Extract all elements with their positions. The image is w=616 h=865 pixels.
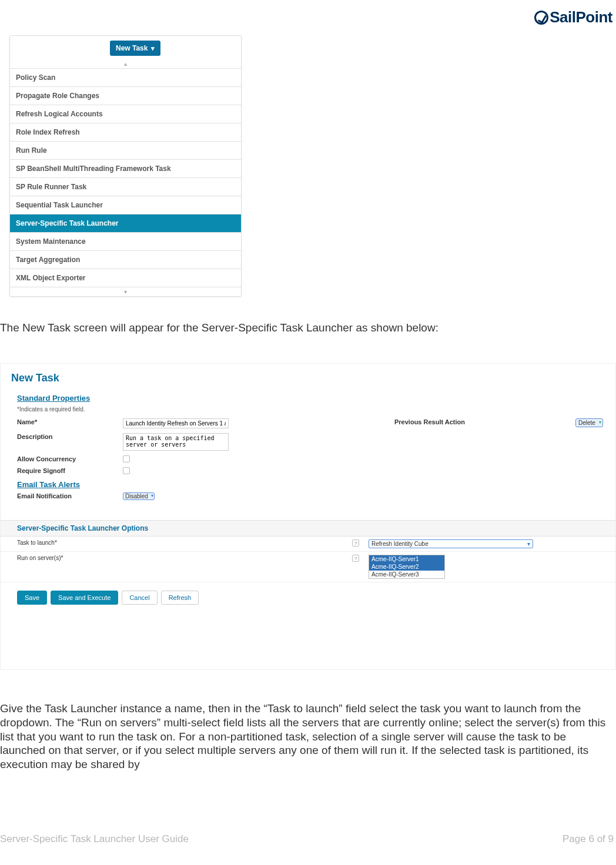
run-on-servers-multiselect[interactable]: Acme-IIQ-Server1 Acme-IIQ-Server2 Acme-I… [369, 555, 445, 579]
prev-result-label: Previous Result Action [394, 418, 465, 425]
brand-logo: SailPoint [534, 8, 612, 26]
name-label: Name* [17, 418, 117, 425]
require-signoff-label: Require Signoff [17, 467, 117, 474]
email-notification-select[interactable]: Disabled [123, 492, 155, 500]
save-button[interactable]: Save [17, 591, 47, 605]
task-to-launch-select[interactable]: Refresh Identity Cube [369, 539, 533, 548]
task-menu-item[interactable]: Role Index Refresh [10, 123, 241, 142]
task-menu-item[interactable]: Policy Scan [10, 69, 241, 87]
email-notification-label: Email Notification [17, 492, 117, 499]
task-menu-item[interactable]: XML Object Exporter [10, 269, 241, 287]
task-menu-item[interactable]: Target Aggregation [10, 251, 241, 269]
form-title: New Task [1, 364, 615, 390]
task-to-launch-label: Task to launch* [17, 539, 346, 546]
task-menu-item[interactable]: Refresh Logical Accounts [10, 105, 241, 123]
prev-result-select[interactable]: Delete [575, 418, 603, 427]
run-on-servers-label: Run on server(s)* [17, 555, 346, 561]
chevron-down-icon: ▾ [151, 45, 155, 52]
section-launcher-options: Server-Specific Task Launcher Options [1, 520, 615, 537]
server-option[interactable]: Acme-IIQ-Server3 [369, 571, 444, 578]
footer-page-number: Page 6 of 9 [563, 833, 614, 845]
save-execute-button[interactable]: Save and Execute [51, 591, 118, 605]
task-menu-item[interactable]: Sequential Task Launcher [10, 196, 241, 214]
allow-concurrency-label: Allow Concurrency [17, 455, 117, 462]
body-paragraph-1: The New Task screen will appear for the … [0, 321, 612, 335]
task-menu-item[interactable]: Propagate Role Changes [10, 87, 241, 105]
section-email-alerts: Email Task Alerts [1, 477, 615, 490]
description-label: Description [17, 433, 117, 440]
server-option[interactable]: Acme-IIQ-Server2 [369, 563, 444, 571]
new-task-form-screenshot: New Task Standard Properties *Indicates … [0, 363, 616, 670]
allow-concurrency-checkbox[interactable] [123, 455, 130, 462]
footer-doc-title: Server-Specific Task Launcher User Guide [0, 833, 189, 845]
require-signoff-checkbox[interactable] [123, 467, 130, 474]
description-input[interactable] [123, 433, 229, 451]
task-menu-item[interactable]: Server-Specific Task Launcher [10, 214, 241, 233]
cancel-button[interactable]: Cancel [122, 591, 157, 605]
task-menu-item[interactable]: SP Rule Runner Task [10, 178, 241, 196]
section-standard-properties: Standard Properties [1, 390, 615, 404]
brand-icon [534, 11, 548, 25]
refresh-button[interactable]: Refresh [161, 591, 199, 605]
scroll-down-icon[interactable]: ▾ [10, 287, 241, 296]
task-menu-item[interactable]: Run Rule [10, 142, 241, 160]
task-menu-item[interactable]: SP BeanShell MultiThreading Framework Ta… [10, 160, 241, 178]
server-option[interactable]: Acme-IIQ-Server1 [369, 555, 444, 563]
help-icon[interactable]: ? [352, 555, 359, 562]
scroll-up-icon[interactable]: ▴ [10, 59, 241, 68]
required-hint: *Indicates a required field. [1, 404, 615, 416]
new-task-dropdown-screenshot: New Task ▾ ▴ Policy ScanPropagate Role C… [9, 35, 242, 297]
body-paragraph-2: Give the Task Launcher instance a name, … [0, 702, 614, 772]
new-task-button[interactable]: New Task ▾ [110, 41, 160, 56]
help-icon[interactable]: ? [352, 539, 359, 547]
name-input[interactable] [123, 418, 229, 428]
brand-name: SailPoint [550, 8, 612, 26]
new-task-button-label: New Task [116, 44, 148, 52]
task-menu-item[interactable]: System Maintenance [10, 233, 241, 251]
